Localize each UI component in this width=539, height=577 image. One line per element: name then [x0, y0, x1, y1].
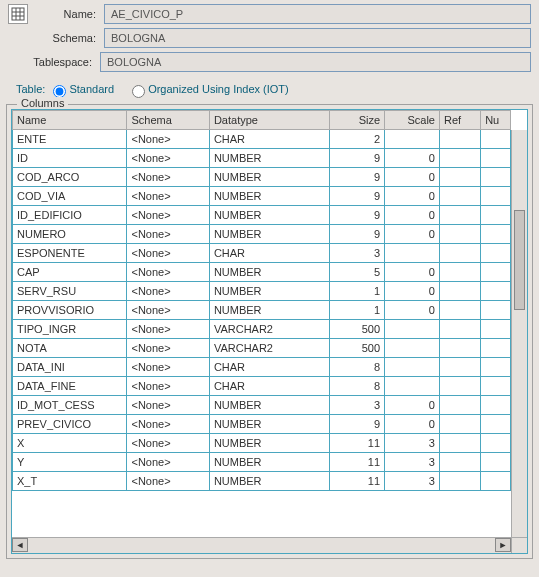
table-row[interactable]: X_T<None>NUMBER113	[13, 472, 511, 491]
cell-nu[interactable]	[481, 339, 511, 358]
cell-datatype[interactable]: NUMBER	[209, 396, 329, 415]
cell-nu[interactable]	[481, 377, 511, 396]
cell-nu[interactable]	[481, 282, 511, 301]
cell-ref[interactable]	[439, 434, 480, 453]
table-row[interactable]: PROVVISORIO<None>NUMBER10	[13, 301, 511, 320]
cell-name[interactable]: COD_VIA	[13, 187, 127, 206]
cell-size[interactable]: 500	[330, 320, 385, 339]
cell-nu[interactable]	[481, 358, 511, 377]
cell-schema[interactable]: <None>	[127, 149, 209, 168]
cell-scale[interactable]: 0	[385, 206, 440, 225]
cell-nu[interactable]	[481, 206, 511, 225]
cell-name[interactable]: CAP	[13, 263, 127, 282]
cell-scale[interactable]: 0	[385, 396, 440, 415]
scroll-left-icon[interactable]: ◄	[12, 538, 28, 552]
cell-schema[interactable]: <None>	[127, 282, 209, 301]
cell-ref[interactable]	[439, 320, 480, 339]
table-row[interactable]: NUMERO<None>NUMBER90	[13, 225, 511, 244]
cell-name[interactable]: NOTA	[13, 339, 127, 358]
cell-name[interactable]: ID_EDIFICIO	[13, 206, 127, 225]
cell-ref[interactable]	[439, 206, 480, 225]
header-nu[interactable]: Nu	[481, 111, 511, 130]
cell-scale[interactable]: 0	[385, 187, 440, 206]
cell-name[interactable]: ENTE	[13, 130, 127, 149]
cell-datatype[interactable]: CHAR	[209, 377, 329, 396]
header-name[interactable]: Name	[13, 111, 127, 130]
table-row[interactable]: PREV_CIVICO<None>NUMBER90	[13, 415, 511, 434]
cell-size[interactable]: 2	[330, 130, 385, 149]
cell-size[interactable]: 9	[330, 225, 385, 244]
cell-datatype[interactable]: NUMBER	[209, 206, 329, 225]
cell-nu[interactable]	[481, 453, 511, 472]
table-row[interactable]: ESPONENTE<None>CHAR3	[13, 244, 511, 263]
cell-size[interactable]: 9	[330, 187, 385, 206]
cell-nu[interactable]	[481, 263, 511, 282]
cell-scale[interactable]: 3	[385, 453, 440, 472]
table-row[interactable]: COD_ARCO<None>NUMBER90	[13, 168, 511, 187]
cell-ref[interactable]	[439, 282, 480, 301]
cell-scale[interactable]: 3	[385, 472, 440, 491]
cell-scale[interactable]	[385, 339, 440, 358]
cell-ref[interactable]	[439, 301, 480, 320]
cell-ref[interactable]	[439, 225, 480, 244]
cell-size[interactable]: 3	[330, 244, 385, 263]
cell-ref[interactable]	[439, 168, 480, 187]
table-row[interactable]: CAP<None>NUMBER50	[13, 263, 511, 282]
table-row[interactable]: COD_VIA<None>NUMBER90	[13, 187, 511, 206]
cell-name[interactable]: X_T	[13, 472, 127, 491]
cell-size[interactable]: 5	[330, 263, 385, 282]
cell-schema[interactable]: <None>	[127, 453, 209, 472]
cell-size[interactable]: 9	[330, 415, 385, 434]
cell-scale[interactable]: 0	[385, 149, 440, 168]
cell-schema[interactable]: <None>	[127, 301, 209, 320]
cell-datatype[interactable]: VARCHAR2	[209, 320, 329, 339]
table-row[interactable]: ID_MOT_CESS<None>NUMBER30	[13, 396, 511, 415]
scroll-right-icon[interactable]: ►	[495, 538, 511, 552]
table-row[interactable]: DATA_FINE<None>CHAR8	[13, 377, 511, 396]
cell-ref[interactable]	[439, 377, 480, 396]
schema-input[interactable]	[104, 28, 531, 48]
cell-name[interactable]: ID_MOT_CESS	[13, 396, 127, 415]
cell-name[interactable]: ID	[13, 149, 127, 168]
header-ref[interactable]: Ref	[439, 111, 480, 130]
cell-name[interactable]: COD_ARCO	[13, 168, 127, 187]
cell-nu[interactable]	[481, 301, 511, 320]
cell-scale[interactable]	[385, 377, 440, 396]
cell-schema[interactable]: <None>	[127, 187, 209, 206]
cell-nu[interactable]	[481, 225, 511, 244]
cell-ref[interactable]	[439, 396, 480, 415]
vertical-scrollbar-thumb[interactable]	[514, 210, 525, 310]
cell-nu[interactable]	[481, 320, 511, 339]
cell-schema[interactable]: <None>	[127, 377, 209, 396]
cell-datatype[interactable]: NUMBER	[209, 282, 329, 301]
cell-scale[interactable]	[385, 244, 440, 263]
cell-nu[interactable]	[481, 472, 511, 491]
cell-schema[interactable]: <None>	[127, 168, 209, 187]
cell-scale[interactable]: 3	[385, 434, 440, 453]
cell-size[interactable]: 9	[330, 149, 385, 168]
cell-nu[interactable]	[481, 434, 511, 453]
cell-datatype[interactable]: CHAR	[209, 358, 329, 377]
cell-nu[interactable]	[481, 244, 511, 263]
table-row[interactable]: ID_EDIFICIO<None>NUMBER90	[13, 206, 511, 225]
vertical-scrollbar[interactable]	[511, 130, 527, 537]
cell-schema[interactable]: <None>	[127, 415, 209, 434]
cell-name[interactable]: DATA_FINE	[13, 377, 127, 396]
cell-nu[interactable]	[481, 415, 511, 434]
cell-schema[interactable]: <None>	[127, 225, 209, 244]
cell-ref[interactable]	[439, 244, 480, 263]
cell-datatype[interactable]: CHAR	[209, 244, 329, 263]
cell-ref[interactable]	[439, 263, 480, 282]
table-row[interactable]: SERV_RSU<None>NUMBER10	[13, 282, 511, 301]
cell-size[interactable]: 1	[330, 282, 385, 301]
cell-name[interactable]: DATA_INI	[13, 358, 127, 377]
cell-datatype[interactable]: NUMBER	[209, 149, 329, 168]
cell-size[interactable]: 500	[330, 339, 385, 358]
cell-scale[interactable]: 0	[385, 168, 440, 187]
name-input[interactable]	[104, 4, 531, 24]
cell-schema[interactable]: <None>	[127, 206, 209, 225]
cell-name[interactable]: PROVVISORIO	[13, 301, 127, 320]
cell-schema[interactable]: <None>	[127, 263, 209, 282]
cell-scale[interactable]: 0	[385, 282, 440, 301]
cell-ref[interactable]	[439, 149, 480, 168]
